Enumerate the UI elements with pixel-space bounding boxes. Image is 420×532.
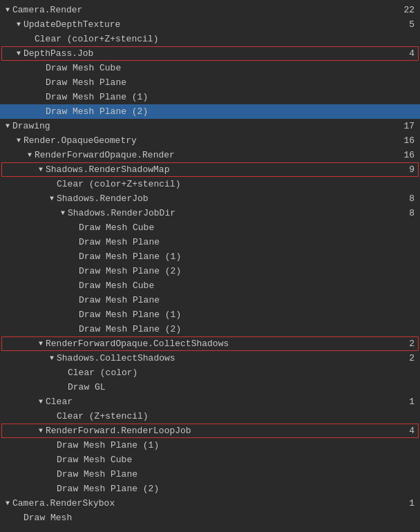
tree-label: Shadows.RenderJobDir <box>68 208 409 218</box>
tree-label: Drawing <box>12 121 403 131</box>
tree-row[interactable]: ▼UpdateDepthTexture5 <box>0 17 420 32</box>
tree-label: Draw Mesh Plane (1) <box>46 92 420 102</box>
tree-row[interactable]: Draw Mesh Plane <box>0 75 420 90</box>
tree-row[interactable]: ▼RenderForwardOpaque.Render16 <box>0 148 420 162</box>
tree-row[interactable]: Clear (color+Z+stencil) <box>0 32 420 46</box>
row-count: 2 <box>409 339 420 349</box>
tree-label: Draw Mesh Cube <box>79 281 420 291</box>
tree-arrow[interactable]: ▼ <box>14 137 23 144</box>
tree-row[interactable]: Draw Mesh Plane (1) <box>0 438 420 453</box>
tree-row[interactable]: ▼Shadows.RenderShadowMap9 <box>0 162 420 177</box>
tree-row[interactable]: Clear (Z+stencil) <box>0 409 420 424</box>
tree-row[interactable]: Draw Mesh Cube <box>0 61 420 75</box>
tree-label: Draw Mesh Plane <box>57 469 420 479</box>
tree-row[interactable]: ▼Camera.Render22 <box>0 3 420 17</box>
tree-label: UpdateDepthTexture <box>23 19 409 30</box>
tree-label: Draw Mesh Plane <box>79 237 420 247</box>
tree-row[interactable]: Draw Mesh Plane <box>0 293 420 307</box>
tree-row[interactable]: Draw Mesh Plane <box>0 467 420 482</box>
tree-row[interactable]: Draw GL <box>0 380 420 395</box>
tree-label: Shadows.RenderJob <box>57 193 409 204</box>
tree-row[interactable]: ▼Shadows.RenderJobDir8 <box>0 206 420 220</box>
tree-label: Clear (color+Z+stencil) <box>57 179 420 189</box>
tree-row[interactable]: Draw Mesh Cube <box>0 453 420 467</box>
tree-label: Draw Mesh Plane (2) <box>57 484 420 494</box>
row-count: 4 <box>409 48 420 59</box>
tree-label: Draw GL <box>68 382 420 392</box>
tree-row[interactable]: Draw Mesh Plane (2) <box>0 264 420 278</box>
tree-label: Draw Mesh Cube <box>46 63 420 73</box>
tree-label: Draw Mesh Cube <box>57 455 420 465</box>
tree-label: Clear <box>46 397 409 407</box>
tree-label: DepthPass.Job <box>23 48 409 59</box>
tree-label: Shadows.CollectShadows <box>57 353 409 363</box>
tree-row[interactable]: Draw Mesh Plane (2) <box>0 322 420 336</box>
tree-arrow[interactable]: ▼ <box>47 354 57 362</box>
tree-row[interactable]: Draw Mesh Cube <box>0 220 420 235</box>
tree-arrow[interactable]: ▼ <box>36 340 46 348</box>
tree-label: Clear (color) <box>68 368 420 378</box>
tree-arrow[interactable]: ▼ <box>36 166 46 173</box>
tree-row[interactable]: Draw Mesh Plane (1) <box>0 249 420 264</box>
row-count: 16 <box>403 135 420 146</box>
tree-row[interactable]: ▼Shadows.CollectShadows2 <box>0 351 420 365</box>
tree-row[interactable]: ▼DepthPass.Job4 <box>0 46 420 61</box>
tree-label: Draw Mesh Plane (1) <box>57 440 420 450</box>
tree-row[interactable]: Clear (color+Z+stencil) <box>0 177 420 191</box>
tree-label: Draw Mesh Plane (2) <box>79 324 420 334</box>
tree-label: RenderForwardOpaque.CollectShadows <box>46 339 409 349</box>
tree-label: Camera.Render <box>12 5 403 15</box>
row-count: 1 <box>409 397 420 407</box>
tree-label: Draw Mesh Plane (1) <box>79 310 420 320</box>
tree-label: Draw Mesh Cube <box>79 222 420 233</box>
tree-row[interactable]: Draw Mesh Cube <box>0 278 420 293</box>
tree-container: ▼Camera.Render22▼UpdateDepthTexture5Clea… <box>0 0 420 528</box>
tree-row[interactable]: Draw Mesh Plane (1) <box>0 90 420 104</box>
tree-row[interactable]: Draw Mesh Plane (1) <box>0 307 420 322</box>
tree-row[interactable]: ▼Camera.RenderSkybox1 <box>0 496 420 511</box>
tree-arrow[interactable]: ▼ <box>14 21 23 28</box>
row-count: 8 <box>409 208 420 218</box>
row-count: 9 <box>409 164 420 175</box>
tree-arrow[interactable]: ▼ <box>47 195 57 202</box>
tree-label: Draw Mesh Plane (2) <box>79 266 420 276</box>
tree-label: Draw Mesh Plane (1) <box>79 251 420 262</box>
tree-arrow[interactable]: ▼ <box>3 6 12 14</box>
tree-label: Draw Mesh Plane <box>46 77 420 88</box>
tree-row[interactable]: ▼RenderForward.RenderLoopJob4 <box>0 424 420 438</box>
row-count: 17 <box>403 121 420 131</box>
tree-arrow[interactable]: ▼ <box>58 209 68 217</box>
tree-row[interactable]: ▼Clear1 <box>0 395 420 409</box>
row-count: 22 <box>403 5 420 15</box>
tree-label: Camera.RenderSkybox <box>12 498 409 509</box>
tree-label: Draw Mesh <box>23 513 420 523</box>
tree-label: Render.OpaqueGeometry <box>23 135 403 146</box>
row-count: 8 <box>409 193 420 204</box>
tree-arrow[interactable]: ▼ <box>14 50 23 57</box>
tree-arrow[interactable]: ▼ <box>3 122 12 130</box>
tree-row[interactable]: Clear (color) <box>0 365 420 380</box>
tree-arrow[interactable]: ▼ <box>25 151 35 159</box>
row-count: 16 <box>403 150 420 160</box>
tree-row[interactable]: ▼Drawing17 <box>0 119 420 133</box>
tree-label: Draw Mesh Plane (2) <box>46 106 420 117</box>
tree-label: RenderForward.RenderLoopJob <box>46 426 409 436</box>
tree-label: Clear (color+Z+stencil) <box>35 34 420 44</box>
tree-row[interactable]: Draw Mesh Plane (2) <box>0 104 420 119</box>
tree-label: RenderForwardOpaque.Render <box>35 150 403 160</box>
row-count: 5 <box>409 19 420 30</box>
tree-arrow[interactable]: ▼ <box>3 500 12 507</box>
tree-row[interactable]: ▼RenderForwardOpaque.CollectShadows2 <box>0 336 420 351</box>
tree-row[interactable]: ▼Render.OpaqueGeometry16 <box>0 133 420 148</box>
tree-arrow[interactable]: ▼ <box>36 427 46 435</box>
tree-row[interactable]: ▼Shadows.RenderJob8 <box>0 191 420 206</box>
tree-label: Shadows.RenderShadowMap <box>46 164 409 175</box>
tree-arrow[interactable]: ▼ <box>36 398 46 406</box>
tree-row[interactable]: Draw Mesh Plane (2) <box>0 482 420 496</box>
row-count: 4 <box>409 426 420 436</box>
tree-label: Clear (Z+stencil) <box>57 411 420 421</box>
tree-row[interactable]: Draw Mesh <box>0 511 420 525</box>
row-count: 2 <box>409 353 420 363</box>
tree-label: Draw Mesh Plane <box>79 295 420 305</box>
tree-row[interactable]: Draw Mesh Plane <box>0 235 420 249</box>
